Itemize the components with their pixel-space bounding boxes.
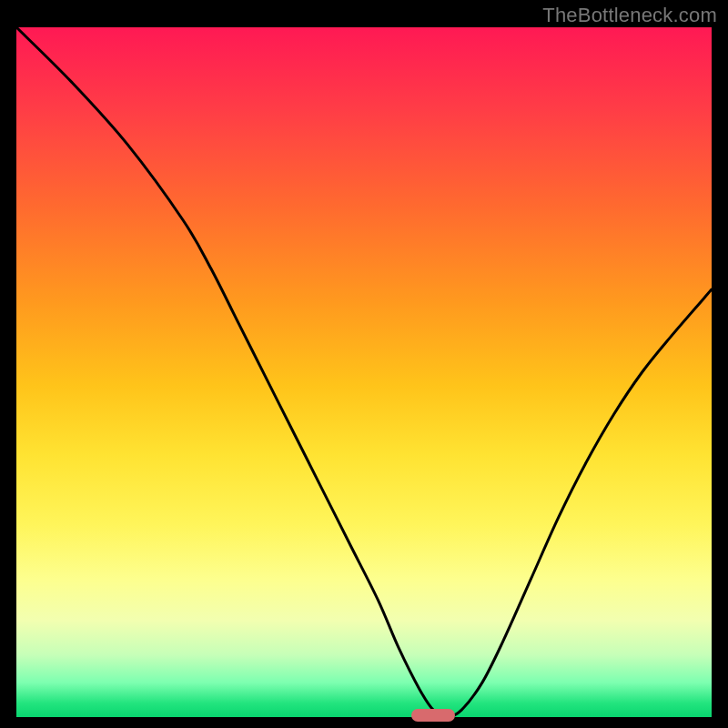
watermark-text: TheBottleneck.com	[542, 4, 717, 27]
chart-container: TheBottleneck.com	[0, 0, 728, 728]
bottleneck-curve	[16, 27, 712, 717]
optimal-marker	[411, 709, 455, 722]
